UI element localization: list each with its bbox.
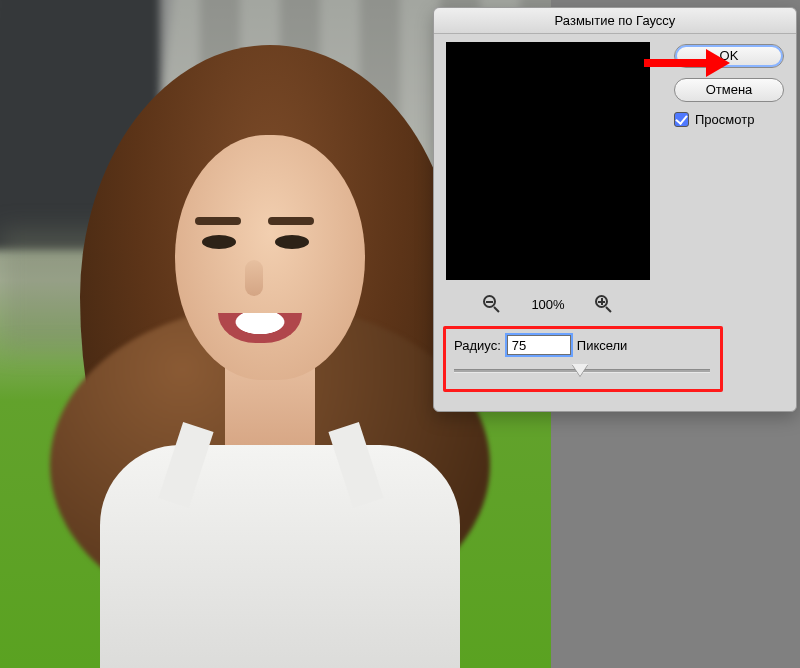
eye-shape: [202, 235, 236, 249]
zoom-out-icon[interactable]: [483, 295, 501, 313]
dialog-buttons: OK Отмена Просмотр: [674, 44, 784, 127]
zoom-percent: 100%: [527, 297, 569, 312]
radius-unit: Пиксели: [577, 338, 628, 353]
ok-button[interactable]: OK: [674, 44, 784, 68]
eye-shape: [275, 235, 309, 249]
slider-thumb-icon[interactable]: [572, 364, 588, 376]
preview-label: Просмотр: [695, 112, 754, 127]
dress-shape: [100, 445, 460, 668]
radius-label: Радиус:: [454, 338, 501, 353]
dialog-title: Размытие по Гауссу: [434, 8, 796, 34]
checkbox-checked-icon[interactable]: [674, 112, 689, 127]
zoom-controls: 100%: [446, 290, 650, 318]
filter-preview[interactable]: [446, 42, 650, 280]
zoom-in-icon[interactable]: [595, 295, 613, 313]
brow-shape: [195, 217, 241, 225]
gaussian-blur-dialog: Размытие по Гауссу 100% OK Отмена Просмо…: [433, 7, 797, 412]
cancel-button[interactable]: Отмена: [674, 78, 784, 102]
radius-slider[interactable]: [454, 369, 710, 373]
radius-highlight: Радиус: Пиксели: [443, 326, 723, 392]
brow-shape: [268, 217, 314, 225]
nose-shape: [245, 260, 263, 296]
preview-checkbox-row[interactable]: Просмотр: [674, 112, 784, 127]
face-shape: [175, 135, 365, 380]
radius-input[interactable]: [507, 335, 571, 355]
